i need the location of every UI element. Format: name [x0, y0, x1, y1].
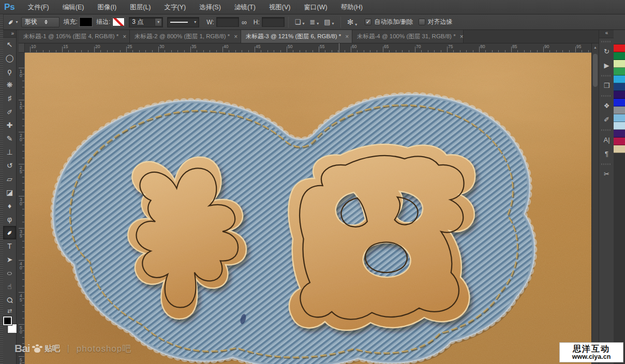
color-swatch[interactable]: [614, 44, 625, 52]
menu-item[interactable]: 滤镜(T): [228, 0, 262, 14]
quick-selection-tool[interactable]: ❋: [3, 78, 16, 92]
actions-panel-button[interactable]: ▶: [599, 58, 614, 72]
link-dimensions-icon[interactable]: ∞: [239, 18, 249, 26]
menu-item[interactable]: 文件(F): [21, 0, 56, 14]
lasso-tool[interactable]: ϙ: [3, 65, 16, 78]
swap-colors-button[interactable]: ⇄: [3, 307, 16, 315]
document-tab[interactable]: 未标题-2 @ 800% (图层 1, RGB/8) *×: [130, 30, 241, 43]
panel-group-grip[interactable]: [601, 39, 612, 43]
history-brush-tool[interactable]: ↺: [3, 159, 16, 172]
stroke-style-combo[interactable]: ▾: [167, 17, 199, 27]
panel-group-grip[interactable]: [601, 73, 612, 78]
color-swatch[interactable]: [614, 52, 625, 60]
menu-item[interactable]: 帮助(H): [334, 0, 369, 14]
document-tab[interactable]: 未标题-1 @ 105% (图层 4, RGB/8) *×: [19, 30, 130, 43]
character-panel-button[interactable]: A|: [599, 133, 614, 147]
background-color-swatch[interactable]: [8, 324, 17, 333]
color-swatch[interactable]: [614, 130, 625, 138]
blur-tool[interactable]: ♦: [3, 199, 16, 213]
document-tab[interactable]: 未标题-3 @ 121% (图层 6, RGB/8) *×: [241, 30, 352, 43]
ellipse-tool-icon: ○: [7, 269, 12, 277]
tab-close-icon[interactable]: ×: [123, 33, 126, 40]
path-arrange-button[interactable]: ▤▾: [321, 18, 336, 26]
menu-item[interactable]: 图层(L): [123, 0, 157, 14]
color-swatch[interactable]: [614, 99, 625, 107]
brush-presets-panel-button[interactable]: ❖: [599, 99, 614, 113]
scroll-up-icon[interactable]: ▲: [592, 43, 599, 49]
ellipse-tool[interactable]: ○: [3, 266, 16, 280]
fill-color-swatch[interactable]: [80, 18, 92, 26]
zoom-tool[interactable]: Ϙ: [3, 293, 16, 307]
baidu-brand-text: Bai: [14, 342, 30, 355]
color-swatch[interactable]: [614, 83, 625, 91]
color-swatch[interactable]: [614, 75, 625, 83]
horizontal-ruler[interactable]: 101520253035404550556065707580859095: [25, 43, 591, 53]
ruler-tick: [22, 126, 24, 126]
history-panel-button[interactable]: ↻: [599, 44, 614, 58]
color-swatch[interactable]: [614, 60, 625, 68]
brush-tool[interactable]: ✎: [3, 132, 16, 145]
ruler-tick: [22, 254, 24, 254]
tool-presets-panel-button[interactable]: ✐: [599, 113, 614, 127]
vertical-scrollbar[interactable]: ▲: [591, 43, 599, 364]
shape-height-input[interactable]: [262, 17, 285, 27]
color-swatch[interactable]: [614, 91, 625, 99]
properties-panel-button[interactable]: ✂: [599, 167, 614, 181]
paragraph-panel-button[interactable]: ¶: [599, 147, 614, 161]
path-selection-tool[interactable]: ➤: [3, 253, 16, 266]
menu-item[interactable]: 文字(Y): [158, 0, 193, 14]
move-tool[interactable]: ↖: [3, 38, 16, 51]
tab-close-icon[interactable]: ×: [460, 33, 464, 40]
foreground-color-swatch[interactable]: [3, 316, 12, 325]
tool-mode-dropdown[interactable]: 形状: [21, 17, 59, 27]
vertical-ruler[interactable]: 10152025303540455055: [19, 53, 25, 364]
color-swatch[interactable]: [614, 114, 625, 122]
crop-tool[interactable]: ♯: [3, 92, 16, 105]
gradient-tool[interactable]: ◪: [3, 186, 16, 199]
panel-group-grip[interactable]: [601, 162, 612, 166]
ruler-number: 45: [20, 294, 22, 302]
stroke-width-combo[interactable]: 3 点 ▾: [129, 17, 163, 27]
geometry-options-button[interactable]: ✻▾: [345, 18, 360, 27]
panel-collapse-button[interactable]: »: [0, 30, 16, 38]
dock-collapse-button[interactable]: «: [599, 30, 614, 38]
watermark-divider: |: [67, 344, 69, 353]
shape-width-input[interactable]: [216, 17, 239, 27]
dodge-tool[interactable]: φ: [3, 213, 16, 226]
auto-add-delete-checkbox[interactable]: ✓: [365, 19, 371, 25]
menu-item[interactable]: 编辑(E): [56, 0, 91, 14]
marquee-tool[interactable]: ◯: [3, 51, 16, 65]
eyedropper-tool[interactable]: ✑: [3, 105, 16, 118]
panel-group-grip[interactable]: [601, 128, 612, 132]
document-tab[interactable]: 未标题-4 @ 100% (图层 31, RGB/8) *×: [352, 30, 464, 43]
align-edges-checkbox[interactable]: ✓: [419, 19, 425, 25]
hand-tool[interactable]: ☝: [3, 280, 16, 293]
ruler-tick: [498, 50, 499, 52]
healing-brush-tool[interactable]: ✚: [3, 118, 16, 132]
menu-item[interactable]: 视图(V): [262, 0, 297, 14]
canvas[interactable]: [25, 53, 591, 364]
menu-item[interactable]: 选择(S): [192, 0, 228, 14]
path-operations-button[interactable]: ❏▾: [292, 18, 307, 26]
color-swatch[interactable]: [614, 68, 625, 75]
path-alignment-button[interactable]: ≣▾: [307, 18, 321, 26]
menu-item[interactable]: 窗口(W): [297, 0, 334, 14]
current-tool-button[interactable]: ✒ ▾: [4, 18, 21, 27]
color-swatch[interactable]: [614, 122, 625, 130]
ruler-corner[interactable]: [19, 43, 25, 53]
eraser-tool[interactable]: ▱: [3, 172, 16, 186]
panel-group-grip[interactable]: [601, 94, 612, 98]
tab-close-icon[interactable]: ×: [345, 33, 349, 40]
scrollbar-thumb[interactable]: [593, 54, 598, 87]
tab-close-icon[interactable]: ×: [234, 33, 237, 40]
menu-item[interactable]: 图像(I): [91, 0, 123, 14]
color-swatch[interactable]: [614, 107, 625, 114]
color-swatch[interactable]: [614, 138, 625, 145]
ruler-tick: [132, 50, 133, 52]
type-tool[interactable]: T: [3, 239, 16, 253]
color-swatch[interactable]: [614, 145, 625, 153]
stroke-color-swatch[interactable]: [112, 18, 125, 26]
3d-panel-button[interactable]: ❒: [599, 79, 614, 93]
clone-stamp-tool[interactable]: ⊥: [3, 145, 16, 159]
pen-tool[interactable]: ✒: [3, 226, 16, 239]
